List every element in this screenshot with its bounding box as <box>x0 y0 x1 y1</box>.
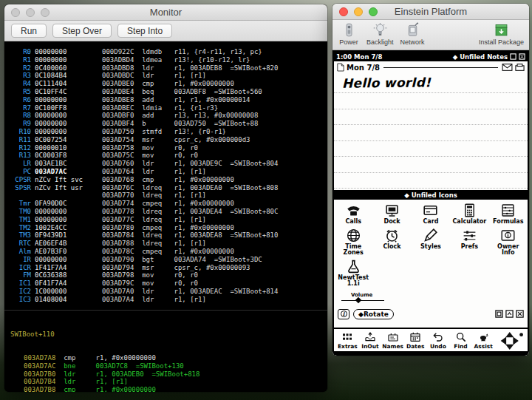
app-timezones[interactable]: Time Zones <box>334 228 372 257</box>
note-date[interactable]: Mon 7/8 <box>347 64 380 72</box>
console-address: 003AD7B8 <box>24 386 55 392</box>
info-button[interactable]: i <box>338 309 349 319</box>
volume-slider[interactable] <box>341 298 384 304</box>
close-button[interactable] <box>11 8 20 17</box>
einstein-titlebar[interactable]: Einstein Platform <box>332 4 529 20</box>
disasm-line: 003AD754 msr cpsr_c, #0x000000d3 <box>102 136 278 144</box>
register-row: TM100000000 <box>10 216 83 224</box>
app-calls[interactable]: Calls <box>334 203 372 226</box>
monitor-terminal[interactable]: R000000000R100000000R20C400060R30C1084B4… <box>4 42 327 392</box>
app-card[interactable]: Card <box>412 203 450 226</box>
register-name: PC <box>10 168 31 176</box>
dock-undo[interactable]: Undo <box>427 331 450 350</box>
register-name: IC3 <box>10 296 31 304</box>
rotate-button[interactable]: ◆Rotate <box>353 309 394 319</box>
register-row: R130C0003F8 <box>10 152 83 160</box>
folder-tab-unfiled-notes[interactable]: ◆ Unfiled Notes <box>453 53 508 61</box>
register-value: 0C007254 <box>35 136 66 143</box>
note-body[interactable]: Hello world! <box>334 73 528 190</box>
backlight-button[interactable]: Backlight <box>366 22 394 46</box>
network-button[interactable]: Network <box>400 22 425 46</box>
app-newttest[interactable]: NewtTest 1.1i <box>334 259 372 288</box>
close-box-icon[interactable] <box>519 53 525 60</box>
register-value: 0C0003F8 <box>35 152 66 159</box>
zoom-button[interactable] <box>369 7 378 16</box>
volume-control[interactable]: Volume <box>341 292 528 304</box>
register-value: 0C111404 <box>35 80 66 87</box>
register-value: 00000000 <box>35 96 66 104</box>
register-row: RTCAE06EF4B <box>10 240 83 248</box>
register-row: R40C111404 <box>10 80 83 88</box>
newton-screen[interactable]: 1:00 Mon 7/8 ◆ Unfiled Notes Mon 7/8 Hel… <box>332 50 529 356</box>
overview-icon[interactable] <box>510 53 516 60</box>
disasm-line: 003AD760 ldr r1, 003ADE9C =SWIBoot+804 <box>102 160 278 168</box>
register-row: IC301408004 <box>10 296 83 304</box>
dock-label: Undo <box>430 343 446 350</box>
monitor-titlebar[interactable]: Monitor <box>4 4 327 21</box>
close-icon[interactable] <box>516 310 524 318</box>
app-dock[interactable]: Dock <box>372 203 411 226</box>
dock-label: Extras <box>338 343 358 350</box>
note-page-icon[interactable] <box>337 63 344 72</box>
register-value: 0FA90D0C <box>35 200 66 207</box>
collapse-icon[interactable] <box>505 310 514 318</box>
minimize-button[interactable] <box>354 7 363 16</box>
register-value: 003AD7AC <box>35 168 66 175</box>
app-calculator[interactable]: Calculator <box>450 203 488 226</box>
dates-icon <box>409 331 421 343</box>
disasm-line: 003AD76C ldreq r1, 003ADEA0 =SWIBoot+808 <box>102 184 278 192</box>
minimize-button[interactable] <box>26 8 35 17</box>
window-controls <box>11 4 50 20</box>
disasm-line: 003AD790 bgt 003ADA74 =SWIBoot+3DC <box>102 256 278 264</box>
dock-inout[interactable]: InOut <box>359 331 382 350</box>
app-formulas[interactable]: Formulas <box>489 203 528 226</box>
newton-clock[interactable]: 1:00 Mon 7/8 <box>336 53 382 61</box>
app-label: Clock <box>383 244 401 251</box>
register-row: R70C100FF8 <box>10 104 83 112</box>
close-button[interactable] <box>339 7 348 16</box>
timezones-icon <box>346 228 361 243</box>
app-clock[interactable]: Clock <box>372 228 411 257</box>
register-name: R12 <box>10 144 31 152</box>
einstein-toolbar: PowerBacklightNetworkInstall Package <box>332 20 529 50</box>
names-icon <box>387 331 399 343</box>
app-prefs[interactable]: Prefs <box>450 228 488 257</box>
console-line: 003AD7B8 cmp r1, #0x00000000 <box>10 386 327 392</box>
registers-panel: R000000000R100000000R20C400060R30C1084B4… <box>10 48 83 304</box>
dock-assist[interactable]: Assist <box>472 331 495 350</box>
unfiled-icons-bar[interactable]: ◆ Unfiled Icons <box>334 190 528 200</box>
note-rule <box>334 140 528 141</box>
disasm-line: 003AD7A4 ldr r1, [r1] <box>102 296 278 304</box>
run-button[interactable]: Run <box>11 24 47 38</box>
zoom-button[interactable] <box>41 8 50 17</box>
register-value: 0C100FF8 <box>35 104 66 112</box>
register-name: TM2 <box>10 224 31 232</box>
app-owner[interactable]: Owner Info <box>489 228 528 257</box>
register-row: R30C1084B4 <box>10 72 83 80</box>
app-styles[interactable]: Styles <box>412 228 450 257</box>
dock-extras[interactable]: Extras <box>336 331 359 350</box>
disasm-line: 003AD78C cmpeq r1, #0x00000000 <box>102 248 278 256</box>
backlight-label: Backlight <box>366 38 394 46</box>
dock-names[interactable]: Names <box>381 331 404 350</box>
dock-dates[interactable]: Dates <box>404 331 427 350</box>
mail-route-icon[interactable] <box>502 64 513 71</box>
filing-icon[interactable] <box>515 64 525 71</box>
console-address: 003AD7A8 <box>24 354 55 362</box>
register-name: TM1 <box>10 216 31 224</box>
step-into-button[interactable]: Step Into <box>117 24 172 38</box>
register-value: 0C10FF4C <box>35 88 66 95</box>
install-button[interactable]: Install Package <box>479 22 524 46</box>
power-button[interactable]: Power <box>338 22 360 46</box>
dock-label: Dates <box>406 343 424 350</box>
disasm-line: 003AD784 ldreq r1, 003ADEA8 =SWIBoot+810 <box>102 231 278 240</box>
note-rule <box>334 92 528 93</box>
dock-find[interactable]: Find <box>449 331 472 350</box>
step-over-button[interactable]: Step Over <box>52 24 112 38</box>
overview-icon[interactable] <box>495 310 503 318</box>
arrow-pad[interactable] <box>494 331 525 350</box>
einstein-title: Einstein Platform <box>395 6 467 17</box>
slider-knob[interactable] <box>355 296 361 302</box>
register-value: 01408004 <box>35 296 66 303</box>
register-row: AlmAE07B3F0 <box>10 248 83 256</box>
